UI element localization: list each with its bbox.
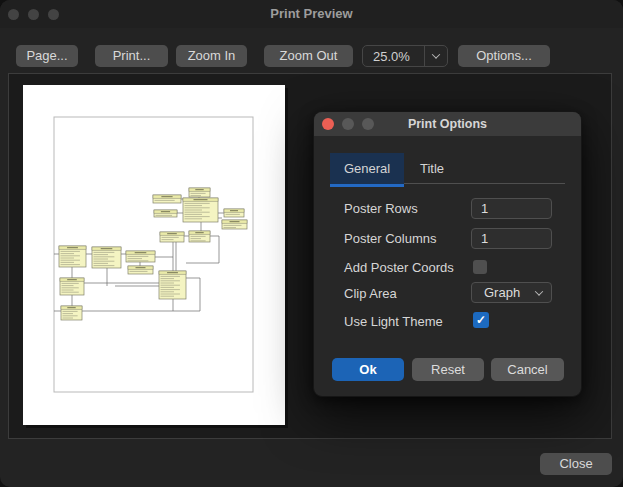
clip-area-select[interactable]: Graph <box>471 282 552 303</box>
zoom-level-dropdown-arrow[interactable] <box>424 46 447 66</box>
print-button[interactable]: Print... <box>95 45 168 67</box>
close-button[interactable]: Close <box>540 453 612 475</box>
print-options-dialog: Print Options General Title Poster Rows … <box>313 111 582 397</box>
add-poster-coords-checkbox[interactable] <box>473 260 487 274</box>
page-setup-button[interactable]: Page... <box>16 45 78 67</box>
zoom-level-value: 25.0% <box>363 49 424 64</box>
clip-area-dropdown-arrow <box>527 290 551 296</box>
clip-area-value: Graph <box>472 285 527 300</box>
checkmark-icon: ✓ <box>476 313 486 327</box>
zoom-in-button[interactable]: Zoom In <box>176 45 247 67</box>
cancel-button[interactable]: Cancel <box>491 358 564 381</box>
use-light-theme-checkbox[interactable]: ✓ <box>473 312 489 328</box>
tab-title[interactable]: Title <box>404 153 460 184</box>
window-title: Print Preview <box>0 0 623 28</box>
chevron-down-icon <box>535 287 543 295</box>
dialog-title: Print Options <box>314 112 581 136</box>
tab-general[interactable]: General <box>330 153 404 187</box>
diagram-preview <box>23 85 285 425</box>
chevron-down-icon <box>432 50 440 58</box>
poster-columns-label: Poster Columns <box>344 231 436 246</box>
poster-columns-input[interactable] <box>471 228 552 249</box>
poster-rows-label: Poster Rows <box>344 201 418 216</box>
window-titlebar: Print Preview <box>0 0 623 28</box>
dialog-tab-bar: General Title <box>330 153 565 184</box>
use-light-theme-label: Use Light Theme <box>344 314 443 329</box>
poster-rows-input[interactable] <box>471 198 552 219</box>
reset-button[interactable]: Reset <box>412 358 484 381</box>
zoom-out-button[interactable]: Zoom Out <box>264 45 353 67</box>
dialog-titlebar: Print Options <box>314 112 581 136</box>
preview-page <box>23 85 285 425</box>
ok-button[interactable]: Ok <box>332 358 404 381</box>
add-poster-coords-label: Add Poster Coords <box>344 260 454 275</box>
print-preview-window: Print Preview Page... Print... Zoom In Z… <box>0 0 623 487</box>
zoom-level-select[interactable]: 25.0% <box>362 45 448 67</box>
clip-area-label: Clip Area <box>344 286 397 301</box>
options-button[interactable]: Options... <box>458 45 550 67</box>
